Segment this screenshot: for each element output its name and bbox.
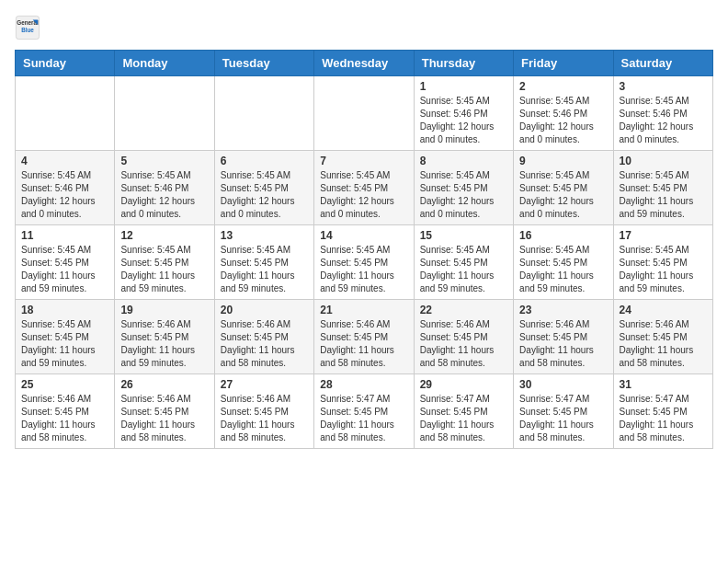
day-info: Sunrise: 5:47 AM Sunset: 5:45 PM Dayligh…	[320, 393, 407, 444]
calendar-cell: 28Sunrise: 5:47 AM Sunset: 5:45 PM Dayli…	[314, 374, 414, 449]
day-number: 26	[120, 378, 208, 391]
calendar-header-saturday: Saturday	[613, 51, 712, 76]
day-number: 7	[320, 155, 407, 167]
calendar-cell: 20Sunrise: 5:46 AM Sunset: 5:45 PM Dayli…	[214, 300, 313, 374]
day-number: 22	[420, 304, 507, 316]
calendar-cell: 5Sunrise: 5:45 AM Sunset: 5:46 PM Daylig…	[115, 151, 214, 225]
calendar-header-row: SundayMondayTuesdayWednesdayThursdayFrid…	[16, 51, 713, 76]
calendar-cell: 6Sunrise: 5:45 AM Sunset: 5:45 PM Daylig…	[214, 151, 313, 225]
day-number: 10	[620, 155, 707, 167]
calendar-cell: 18Sunrise: 5:45 AM Sunset: 5:45 PM Dayli…	[16, 300, 115, 374]
day-number: 28	[320, 378, 407, 391]
day-number: 12	[120, 229, 208, 242]
day-info: Sunrise: 5:46 AM Sunset: 5:45 PM Dayligh…	[519, 318, 607, 370]
day-info: Sunrise: 5:47 AM Sunset: 5:45 PM Dayligh…	[519, 393, 607, 444]
svg-text:Blue: Blue	[21, 27, 34, 33]
day-number: 21	[320, 304, 407, 316]
page-header: General Blue	[15, 15, 713, 40]
day-info: Sunrise: 5:45 AM Sunset: 5:46 PM Dayligh…	[620, 95, 707, 146]
day-info: Sunrise: 5:45 AM Sunset: 5:46 PM Dayligh…	[120, 169, 208, 221]
calendar-cell: 1Sunrise: 5:45 AM Sunset: 5:46 PM Daylig…	[414, 76, 513, 151]
logo: General Blue	[15, 15, 44, 40]
calendar-cell: 29Sunrise: 5:47 AM Sunset: 5:45 PM Dayli…	[414, 374, 513, 449]
day-info: Sunrise: 5:45 AM Sunset: 5:46 PM Dayligh…	[21, 169, 108, 221]
calendar-header-thursday: Thursday	[414, 51, 513, 76]
day-info: Sunrise: 5:45 AM Sunset: 5:46 PM Dayligh…	[420, 95, 507, 146]
day-info: Sunrise: 5:46 AM Sunset: 5:45 PM Dayligh…	[221, 393, 308, 444]
day-info: Sunrise: 5:45 AM Sunset: 5:45 PM Dayligh…	[519, 244, 607, 295]
day-info: Sunrise: 5:45 AM Sunset: 5:45 PM Dayligh…	[21, 318, 108, 370]
day-info: Sunrise: 5:45 AM Sunset: 5:45 PM Dayligh…	[519, 169, 607, 221]
day-number: 1	[420, 80, 507, 93]
day-number: 6	[221, 155, 308, 167]
day-number: 16	[519, 229, 607, 242]
day-number: 11	[21, 229, 108, 242]
calendar-cell: 3Sunrise: 5:45 AM Sunset: 5:46 PM Daylig…	[613, 76, 712, 151]
calendar-cell: 21Sunrise: 5:46 AM Sunset: 5:45 PM Dayli…	[314, 300, 414, 374]
calendar-cell: 4Sunrise: 5:45 AM Sunset: 5:46 PM Daylig…	[16, 151, 115, 225]
day-info: Sunrise: 5:45 AM Sunset: 5:45 PM Dayligh…	[221, 169, 308, 221]
calendar-cell: 14Sunrise: 5:45 AM Sunset: 5:45 PM Dayli…	[314, 225, 414, 300]
calendar-header-wednesday: Wednesday	[314, 51, 414, 76]
calendar-cell: 10Sunrise: 5:45 AM Sunset: 5:45 PM Dayli…	[613, 151, 712, 225]
day-info: Sunrise: 5:46 AM Sunset: 5:45 PM Dayligh…	[620, 318, 707, 370]
day-number: 30	[519, 378, 607, 391]
day-number: 5	[120, 155, 208, 167]
day-info: Sunrise: 5:45 AM Sunset: 5:45 PM Dayligh…	[620, 244, 707, 295]
day-info: Sunrise: 5:45 AM Sunset: 5:45 PM Dayligh…	[21, 244, 108, 295]
day-number: 29	[420, 378, 507, 391]
day-number: 25	[21, 378, 108, 391]
calendar-cell: 7Sunrise: 5:45 AM Sunset: 5:45 PM Daylig…	[314, 151, 414, 225]
calendar-cell: 17Sunrise: 5:45 AM Sunset: 5:45 PM Dayli…	[613, 225, 712, 300]
day-info: Sunrise: 5:45 AM Sunset: 5:45 PM Dayligh…	[620, 169, 707, 221]
calendar-cell: 26Sunrise: 5:46 AM Sunset: 5:45 PM Dayli…	[115, 374, 214, 449]
day-number: 27	[221, 378, 308, 391]
calendar-cell: 19Sunrise: 5:46 AM Sunset: 5:45 PM Dayli…	[115, 300, 214, 374]
day-info: Sunrise: 5:45 AM Sunset: 5:45 PM Dayligh…	[221, 244, 308, 295]
day-info: Sunrise: 5:45 AM Sunset: 5:46 PM Dayligh…	[519, 95, 607, 146]
logo-icon: General Blue	[15, 15, 40, 40]
calendar-header-sunday: Sunday	[16, 51, 115, 76]
day-info: Sunrise: 5:46 AM Sunset: 5:45 PM Dayligh…	[320, 318, 407, 370]
day-number: 9	[519, 155, 607, 167]
day-info: Sunrise: 5:46 AM Sunset: 5:45 PM Dayligh…	[420, 318, 507, 370]
day-number: 3	[620, 80, 707, 93]
day-number: 15	[420, 229, 507, 242]
calendar-cell: 11Sunrise: 5:45 AM Sunset: 5:45 PM Dayli…	[16, 225, 115, 300]
day-number: 4	[21, 155, 108, 167]
calendar-header-tuesday: Tuesday	[214, 51, 313, 76]
day-info: Sunrise: 5:46 AM Sunset: 5:45 PM Dayligh…	[21, 393, 108, 444]
day-number: 18	[21, 304, 108, 316]
day-number: 17	[620, 229, 707, 242]
calendar-cell	[16, 76, 115, 151]
day-number: 24	[620, 304, 707, 316]
calendar-cell: 30Sunrise: 5:47 AM Sunset: 5:45 PM Dayli…	[514, 374, 613, 449]
calendar-week-4: 18Sunrise: 5:45 AM Sunset: 5:45 PM Dayli…	[16, 300, 713, 374]
day-number: 8	[420, 155, 507, 167]
calendar-week-5: 25Sunrise: 5:46 AM Sunset: 5:45 PM Dayli…	[16, 374, 713, 449]
day-number: 20	[221, 304, 308, 316]
calendar-cell: 15Sunrise: 5:45 AM Sunset: 5:45 PM Dayli…	[414, 225, 513, 300]
calendar-table: SundayMondayTuesdayWednesdayThursdayFrid…	[15, 50, 713, 449]
calendar-header-monday: Monday	[115, 51, 214, 76]
day-number: 14	[320, 229, 407, 242]
day-info: Sunrise: 5:45 AM Sunset: 5:45 PM Dayligh…	[320, 244, 407, 295]
calendar-cell: 24Sunrise: 5:46 AM Sunset: 5:45 PM Dayli…	[613, 300, 712, 374]
calendar-cell: 27Sunrise: 5:46 AM Sunset: 5:45 PM Dayli…	[214, 374, 313, 449]
day-info: Sunrise: 5:45 AM Sunset: 5:45 PM Dayligh…	[120, 244, 208, 295]
calendar-cell: 13Sunrise: 5:45 AM Sunset: 5:45 PM Dayli…	[214, 225, 313, 300]
day-info: Sunrise: 5:46 AM Sunset: 5:45 PM Dayligh…	[120, 393, 208, 444]
day-info: Sunrise: 5:45 AM Sunset: 5:45 PM Dayligh…	[320, 169, 407, 221]
calendar-cell: 25Sunrise: 5:46 AM Sunset: 5:45 PM Dayli…	[16, 374, 115, 449]
day-info: Sunrise: 5:46 AM Sunset: 5:45 PM Dayligh…	[221, 318, 308, 370]
calendar-cell: 8Sunrise: 5:45 AM Sunset: 5:45 PM Daylig…	[414, 151, 513, 225]
day-info: Sunrise: 5:46 AM Sunset: 5:45 PM Dayligh…	[120, 318, 208, 370]
calendar-header-friday: Friday	[514, 51, 613, 76]
day-info: Sunrise: 5:47 AM Sunset: 5:45 PM Dayligh…	[620, 393, 707, 444]
calendar-cell: 12Sunrise: 5:45 AM Sunset: 5:45 PM Dayli…	[115, 225, 214, 300]
day-number: 2	[519, 80, 607, 93]
calendar-cell: 31Sunrise: 5:47 AM Sunset: 5:45 PM Dayli…	[613, 374, 712, 449]
calendar-cell: 23Sunrise: 5:46 AM Sunset: 5:45 PM Dayli…	[514, 300, 613, 374]
calendar-cell	[214, 76, 313, 151]
calendar-week-1: 1Sunrise: 5:45 AM Sunset: 5:46 PM Daylig…	[16, 76, 713, 151]
